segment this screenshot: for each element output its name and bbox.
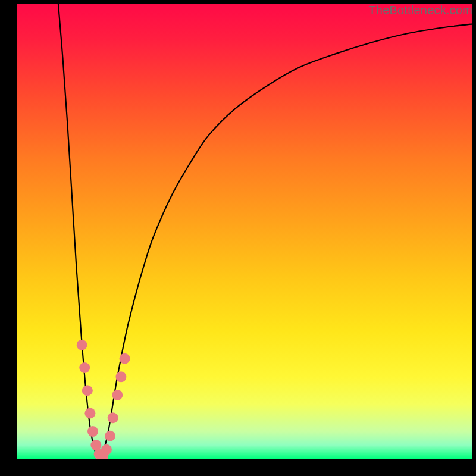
curve-marker: [101, 444, 112, 455]
chart-svg: [17, 4, 472, 459]
curve-marker: [90, 440, 101, 450]
curve-marker: [77, 340, 87, 350]
curve-marker: [79, 362, 90, 373]
curve-marker: [120, 353, 130, 364]
curve-marker: [115, 371, 126, 382]
plot-area: [17, 4, 472, 459]
curve-marker: [105, 431, 115, 441]
bottleneck-curve: [58, 4, 472, 459]
curve-marker: [84, 408, 95, 419]
curve-marker: [87, 426, 98, 437]
curve-marker: [108, 412, 118, 423]
curve-markers: [77, 340, 130, 459]
curve-marker: [112, 390, 123, 400]
curve-marker: [82, 385, 93, 396]
chart-frame: TheBottleneck.com: [0, 0, 476, 476]
